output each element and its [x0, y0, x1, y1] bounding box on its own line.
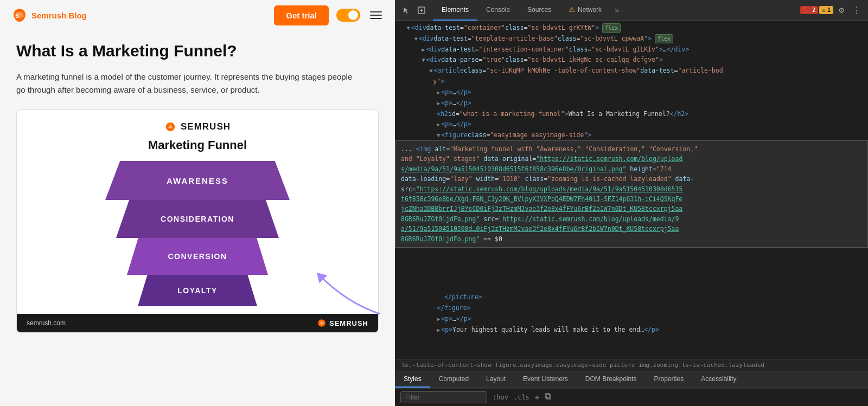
- more-options-icon[interactable]: ⋮: [850, 3, 864, 17]
- left-panel: S Semrush Blog Get trial What Is a Marke…: [0, 0, 395, 406]
- html-line-close-figure: </figure>: [395, 303, 868, 314]
- funnel-diagram: AWARENESS CONSIDERATION CONVERSION LOYAL…: [28, 161, 367, 306]
- tab-console[interactable]: Console: [477, 0, 519, 21]
- funnel-conversion-level: CONVERSION: [127, 238, 268, 275]
- card-bottom-logo: SEMRUSH: [317, 318, 368, 328]
- cursor-tool-icon[interactable]: [399, 3, 413, 17]
- network-warn-icon: ⚠: [569, 5, 575, 14]
- tooltip-line-9: a/51/9a51504510308d…0iFj3zTHzmMJvae3f2e8…: [401, 224, 862, 234]
- tooltip-line-10: 8GR6RuJZGf0ljdFo.png" == $0: [401, 234, 862, 244]
- devtools-bottom-tabs: Styles Computed Layout Event Listeners D…: [395, 371, 868, 388]
- html-line-7: ▶ <p> … </p>: [395, 98, 868, 109]
- triangle-9[interactable]: ▶: [437, 120, 440, 129]
- funnel-loyalty-level: LOYALTY: [138, 275, 257, 306]
- tooltip-line-1: ... <img alt="Marketing funnel with "Awa…: [401, 144, 862, 154]
- image-card-inner: SEMRUSH Marketing Funnel AWARENESS CONSI…: [17, 110, 378, 306]
- get-trial-button[interactable]: Get trial: [274, 5, 329, 25]
- semrush-logo-icon: S: [11, 7, 28, 24]
- triangle-7[interactable]: ▶: [437, 99, 440, 108]
- inspect-icon[interactable]: [414, 3, 429, 17]
- html-line-8: <h2 id="what-is-a-marketing-funnel" > Wh…: [395, 109, 868, 120]
- card-bottom-url: semrush.com: [27, 319, 66, 327]
- card-logo: SEMRUSH: [164, 121, 231, 133]
- article-intro: A marketing funnel is a model of the cus…: [16, 70, 363, 96]
- bottom-tab-layout[interactable]: Layout: [477, 371, 514, 388]
- error-count-badge: 🚫 2: [800, 6, 818, 14]
- breadcrumb-text: le.-table-of-content-show figure.easyima…: [401, 362, 764, 369]
- triangle-4[interactable]: ▼: [422, 56, 425, 65]
- triangle-5[interactable]: ▼: [429, 67, 432, 75]
- card-bottom-logo-icon: [317, 318, 327, 328]
- tooltip-line-4: data-loading="lazy" width="1010" class="…: [401, 174, 862, 184]
- bottom-tab-computed[interactable]: Computed: [430, 371, 477, 388]
- card-bottom-bar: semrush.com SEMRUSH: [17, 314, 378, 332]
- card-logo-text: SEMRUSH: [181, 121, 231, 132]
- tooltip-line-2: and "Loyalty" stages" data-original="htt…: [401, 154, 862, 164]
- image-card: SEMRUSH Marketing Funnel AWARENESS CONSI…: [16, 109, 379, 333]
- devtools-topbar: Elements Console Sources ⚠ Network » 🚫 2…: [395, 0, 868, 21]
- devtools-panel: Elements Console Sources ⚠ Network » 🚫 2…: [395, 0, 868, 406]
- funnel-title: Marketing Funnel: [148, 138, 247, 152]
- html-line-5b: y">: [395, 76, 868, 87]
- filter-bar: :hov .cls +: [395, 388, 868, 406]
- breadcrumb-bar: le.-table-of-content-show figure.easyima…: [395, 359, 868, 371]
- tab-elements[interactable]: Elements: [433, 0, 477, 21]
- html-line-5: ▼ <article class="sc-iUKqMP kMQhNe -tabl…: [395, 66, 868, 76]
- tooltip-line-7: jcZNha3DB8brrIJjBYsCD0iFj3zTHzmMJvae3f2e…: [401, 204, 862, 214]
- tooltip-line-5: src="https://static.semrush.com/blog/upl…: [401, 184, 862, 194]
- html-line-p-close: ▶ <p> … </p>: [395, 314, 868, 325]
- html-line-6: ▶ <p> … </p>: [395, 87, 868, 98]
- nav-right: Get trial: [274, 5, 384, 25]
- warn-count-badge: ⚠ 1: [819, 6, 833, 14]
- funnel-consideration-level: CONSIDERATION: [116, 200, 279, 238]
- triangle-10[interactable]: ▼: [437, 131, 440, 140]
- article-content: What Is a Marketing Funnel? A marketing …: [0, 30, 395, 102]
- more-tabs-icon[interactable]: »: [610, 6, 623, 15]
- html-line-4: ▼ <div data-parse="true" class="sc-bdvvt…: [395, 55, 868, 66]
- toggle-switch[interactable]: [336, 9, 360, 22]
- html-line-1: ▼ <div data-test="container" class="sc-b…: [395, 23, 868, 34]
- svg-text:S: S: [15, 13, 19, 19]
- filter-input[interactable]: [400, 391, 487, 403]
- svg-rect-7: [546, 395, 551, 399]
- tooltip-line-3: s/media/9a/51/9a51504510308d6515f6f858c3…: [401, 164, 862, 174]
- triangle-2[interactable]: ▼: [414, 35, 418, 43]
- bottom-tab-dom-breakpoints[interactable]: DOM Breakpoints: [577, 371, 646, 388]
- bottom-tab-event-listeners[interactable]: Event Listeners: [514, 371, 577, 388]
- devtools-tabs: Elements Console Sources ⚠ Network »: [433, 0, 800, 21]
- settings-icon[interactable]: ⚙: [834, 3, 848, 17]
- bottom-tab-styles[interactable]: Styles: [395, 371, 430, 388]
- devtools-tooltip: ... <img alt="Marketing funnel with "Awa…: [395, 140, 868, 248]
- tab-network[interactable]: ⚠ Network: [560, 0, 610, 21]
- devtools-right-icons: 🚫 2 ⚠ 1 ⚙ ⋮: [800, 3, 868, 17]
- triangle-3[interactable]: ▶: [422, 46, 425, 54]
- article-title: What Is a Marketing Funnel?: [16, 41, 379, 61]
- html-line-p-last: ▶ <p> Your highest quality leads will ma…: [395, 325, 868, 336]
- top-nav: S Semrush Blog Get trial: [0, 0, 395, 30]
- triangle-1[interactable]: ▼: [407, 24, 410, 33]
- svg-rect-8: [545, 394, 550, 398]
- tooltip-line-6: f6f858c396e8be/Xgd-F6N_C1y20K_BVlpyX3VXP…: [401, 194, 862, 204]
- bottom-tab-accessibility[interactable]: Accessibility: [692, 371, 745, 388]
- card-logo-icon: [164, 121, 176, 133]
- html-line-3: ▶ <div data-test="intersection-container…: [395, 44, 868, 55]
- logo-brand: Semrush Blog: [31, 11, 87, 20]
- hamburger-menu-icon[interactable]: [368, 9, 384, 21]
- card-bottom-logo-text: SEMRUSH: [329, 319, 368, 327]
- triangle-6[interactable]: ▶: [437, 88, 440, 97]
- filter-cls-toggle[interactable]: .cls: [514, 394, 529, 401]
- devtools-tool-icons: [395, 3, 433, 17]
- filter-plus-icon[interactable]: +: [535, 393, 539, 402]
- tab-sources[interactable]: Sources: [519, 0, 560, 21]
- html-line-2: ▼ <div data-test="template-article-base"…: [395, 34, 868, 44]
- funnel-awareness-level: AWARENESS: [105, 161, 290, 200]
- html-line-close-picture: </picture>: [395, 292, 868, 303]
- tooltip-line-8: 8GR6RuJZGf0ljdFo.png" src="https://stati…: [401, 214, 862, 224]
- filter-copy-icon[interactable]: [545, 393, 552, 402]
- bottom-tab-properties[interactable]: Properties: [646, 371, 693, 388]
- filter-hov-toggle[interactable]: :hov: [493, 394, 508, 401]
- html-code-area[interactable]: ▼ <div data-test="container" class="sc-b…: [395, 21, 868, 359]
- html-line-10: ▼ <figure class="easyimage easyimage-sid…: [395, 130, 868, 141]
- html-line-9: ▶ <p> … </p>: [395, 119, 868, 130]
- logo-area: S Semrush Blog: [11, 7, 274, 24]
